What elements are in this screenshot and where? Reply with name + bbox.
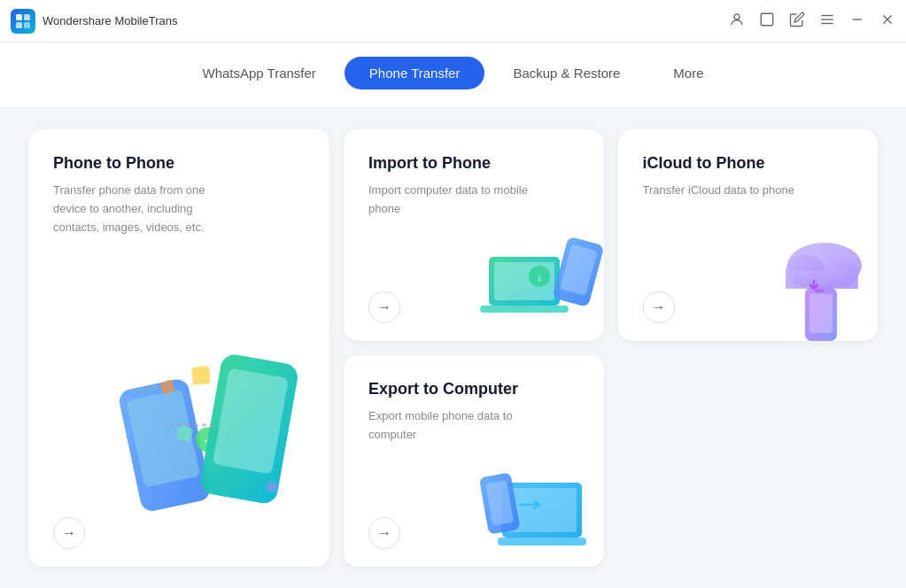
profile-icon[interactable] (729, 12, 745, 30)
tab-backup[interactable]: Backup & Restore (488, 57, 645, 89)
svg-rect-20 (191, 366, 211, 385)
svg-rect-1 (24, 14, 30, 20)
svg-point-4 (734, 14, 740, 19)
svg-rect-2 (16, 22, 22, 28)
svg-rect-26 (480, 306, 569, 313)
phone-to-phone-arrow[interactable]: → (53, 517, 85, 549)
export-illustration (471, 452, 595, 558)
icloud-desc: Transfer iCloud data to phone (643, 182, 820, 200)
cards-grid: Phone to Phone Transfer phone data from … (28, 129, 878, 567)
import-arrow[interactable]: → (368, 291, 400, 323)
svg-text:↓: ↓ (536, 270, 542, 283)
nav-bar: WhatsApp Transfer Phone Transfer Backup … (0, 43, 906, 108)
svg-rect-41 (498, 538, 586, 545)
export-title: Export to Computer (368, 380, 579, 398)
svg-rect-3 (24, 22, 30, 28)
minimize-icon[interactable] (849, 12, 865, 30)
card-icloud-to-phone[interactable]: iCloud to Phone Transfer iCloud data to … (618, 129, 879, 341)
main-content: Phone to Phone Transfer phone data from … (0, 108, 906, 588)
svg-rect-0 (16, 14, 22, 20)
close-icon[interactable] (879, 12, 895, 31)
svg-rect-38 (815, 290, 824, 292)
import-illustration: ↓ (480, 235, 595, 332)
svg-rect-35 (786, 271, 858, 289)
icloud-illustration (754, 235, 869, 332)
title-bar: Wondershare MobileTrans (0, 0, 906, 43)
tab-phone[interactable]: Phone Transfer (345, 57, 485, 89)
menu-icon[interactable] (819, 12, 835, 30)
export-arrow[interactable]: → (368, 517, 400, 549)
window-controls (729, 12, 895, 31)
svg-rect-5 (761, 13, 773, 26)
import-desc: Import computer data to mobile phone (368, 182, 546, 219)
edit-icon[interactable] (789, 12, 805, 30)
svg-point-23 (267, 482, 277, 492)
svg-rect-37 (809, 294, 832, 333)
tab-more[interactable]: More (648, 57, 728, 89)
icloud-arrow[interactable]: → (643, 291, 675, 323)
phone-to-phone-desc: Transfer phone data from one device to a… (53, 182, 230, 236)
icloud-title: iCloud to Phone (643, 154, 854, 173)
window-icon[interactable] (759, 12, 775, 30)
export-desc: Export mobile phone data to computer (368, 407, 546, 445)
titlebar-left: Wondershare MobileTrans (11, 9, 177, 34)
phone-to-phone-illustration: ← (108, 337, 321, 549)
card-export-to-computer[interactable]: Export to Computer Export mobile phone d… (344, 355, 604, 567)
card-phone-to-phone[interactable]: Phone to Phone Transfer phone data from … (28, 129, 329, 567)
import-title: Import to Phone (368, 154, 579, 173)
phone-to-phone-title: Phone to Phone (53, 154, 305, 173)
card-import-to-phone[interactable]: Import to Phone Import computer data to … (344, 129, 604, 341)
tab-whatsapp[interactable]: WhatsApp Transfer (177, 57, 340, 89)
app-icon (11, 9, 35, 34)
app-name: Wondershare MobileTrans (43, 14, 177, 27)
